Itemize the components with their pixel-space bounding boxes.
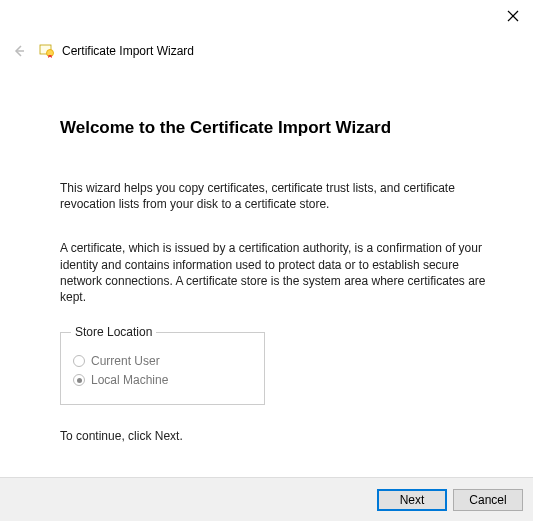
continue-text: To continue, click Next. [60, 429, 493, 443]
certificate-icon [38, 42, 56, 60]
radio-local-machine[interactable]: Local Machine [71, 373, 254, 387]
arrow-left-icon [11, 43, 27, 59]
radio-icon [73, 355, 85, 367]
close-icon [507, 10, 519, 22]
next-button[interactable]: Next [377, 489, 447, 511]
intro-paragraph-1: This wizard helps you copy certificates,… [60, 180, 493, 212]
close-button[interactable] [503, 6, 523, 26]
page-heading: Welcome to the Certificate Import Wizard [60, 118, 493, 138]
header: Certificate Import Wizard [0, 34, 533, 68]
radio-current-user[interactable]: Current User [71, 354, 254, 368]
cancel-button[interactable]: Cancel [453, 489, 523, 511]
footer: Next Cancel [0, 477, 533, 521]
window-title: Certificate Import Wizard [62, 44, 194, 58]
intro-paragraph-2: A certificate, which is issued by a cert… [60, 240, 493, 305]
radio-label: Current User [91, 354, 160, 368]
titlebar [0, 0, 533, 34]
radio-icon [73, 374, 85, 386]
content-area: Welcome to the Certificate Import Wizard… [0, 68, 533, 443]
store-location-group: Store Location Current User Local Machin… [60, 325, 265, 405]
store-location-legend: Store Location [71, 325, 156, 339]
radio-label: Local Machine [91, 373, 168, 387]
back-button[interactable] [8, 40, 30, 62]
